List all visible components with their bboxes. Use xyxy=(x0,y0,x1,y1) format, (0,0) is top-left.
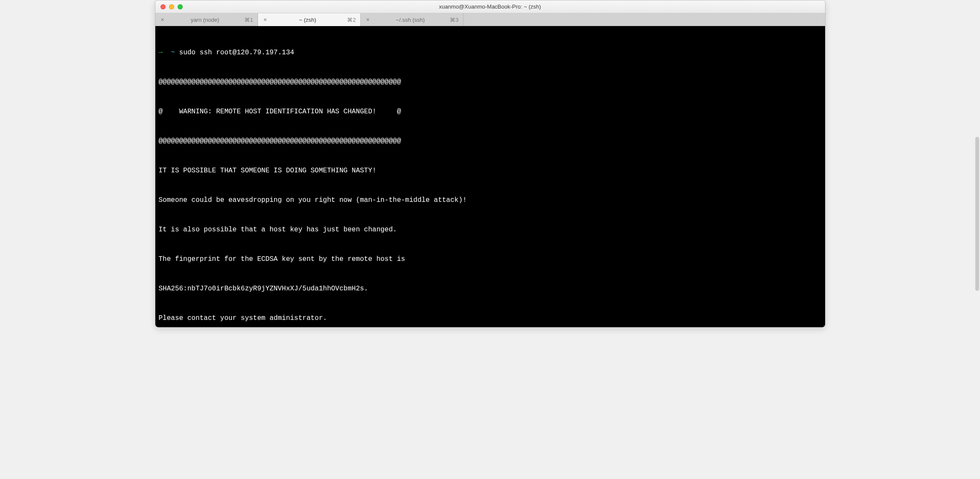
tab-bar: × yarn (node) ⌘1 × ~ (zsh) ⌘2 × ~/.ssh (… xyxy=(155,13,825,26)
tab-zsh[interactable]: × ~ (zsh) ⌘2 xyxy=(258,13,361,26)
output-line: SHA256:nbTJ7o0irBcbk6zyR9jYZNVHxXJ/5uda1… xyxy=(159,284,822,294)
output-line: @@@@@@@@@@@@@@@@@@@@@@@@@@@@@@@@@@@@@@@@… xyxy=(159,77,822,87)
output-line: @@@@@@@@@@@@@@@@@@@@@@@@@@@@@@@@@@@@@@@@… xyxy=(159,136,822,146)
window-zoom-button[interactable] xyxy=(178,4,183,9)
window-title: xuanmo@Xuanmo-MacBook-Pro: ~ (zsh) xyxy=(155,3,825,10)
close-icon[interactable]: × xyxy=(262,17,268,23)
output-line: Someone could be eavesdropping on you ri… xyxy=(159,195,822,205)
tab-yarn-node[interactable]: × yarn (node) ⌘1 xyxy=(155,13,258,26)
tab-shortcut: ⌘3 xyxy=(450,17,458,23)
output-line: The fingerprint for the ECDSA key sent b… xyxy=(159,254,822,264)
tab-label: yarn (node) xyxy=(168,17,242,23)
traffic-lights xyxy=(155,4,183,9)
command-text: sudo ssh root@120.79.197.134 xyxy=(179,49,294,56)
tab-label: ~ (zsh) xyxy=(271,17,345,23)
prompt-line: → ~ sudo ssh root@120.79.197.134 xyxy=(159,48,822,58)
tab-shortcut: ⌘2 xyxy=(347,17,356,23)
terminal-content[interactable]: → ~ sudo ssh root@120.79.197.134 @@@@@@@… xyxy=(155,26,825,327)
output-line: Please contact your system administrator… xyxy=(159,313,822,323)
tab-label: ~/.ssh (ssh) xyxy=(374,17,448,23)
output-line: It is also possible that a host key has … xyxy=(159,225,822,235)
output-line: IT IS POSSIBLE THAT SOMEONE IS DOING SOM… xyxy=(159,166,822,176)
prompt-arrow-icon: → xyxy=(159,49,163,56)
window-close-button[interactable] xyxy=(160,4,166,9)
output-line: @ WARNING: REMOTE HOST IDENTIFICATION HA… xyxy=(159,107,822,117)
terminal-window: xuanmo@Xuanmo-MacBook-Pro: ~ (zsh) × yar… xyxy=(155,0,826,328)
prompt-cwd: ~ xyxy=(171,49,175,56)
titlebar: xuanmo@Xuanmo-MacBook-Pro: ~ (zsh) xyxy=(155,0,825,13)
tab-ssh[interactable]: × ~/.ssh (ssh) ⌘3 xyxy=(361,13,463,26)
tab-shortcut: ⌘1 xyxy=(244,17,253,23)
close-icon[interactable]: × xyxy=(365,17,371,23)
close-icon[interactable]: × xyxy=(160,17,166,23)
window-minimize-button[interactable] xyxy=(169,4,174,9)
